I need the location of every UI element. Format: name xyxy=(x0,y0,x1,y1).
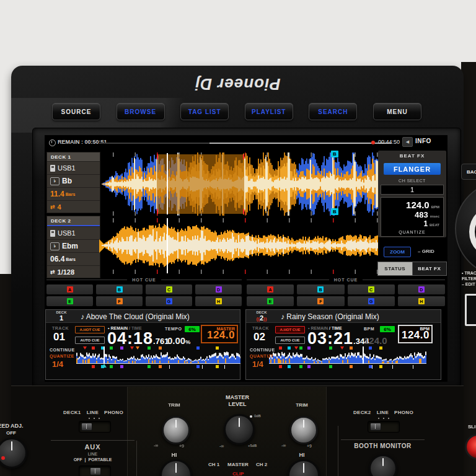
hotcue-h-button[interactable]: H xyxy=(398,296,445,306)
cue-marker xyxy=(299,365,302,368)
deck1-loop-row: ⇄4 xyxy=(47,200,100,213)
hotcue-f-button[interactable]: F xyxy=(297,296,344,306)
deck2-input-switch[interactable] xyxy=(368,421,400,433)
ch1-meter-label: CH 1 xyxy=(208,462,219,467)
auto-cue-chip[interactable]: AUTO CUE xyxy=(275,337,305,344)
loop-end-marker xyxy=(243,154,244,159)
deck2-bars-unit: Bars xyxy=(66,257,76,262)
tempo-value: 0.00% xyxy=(167,335,190,346)
search-button[interactable]: SEARCH xyxy=(309,103,357,120)
deck2-source-row[interactable]: USB1 xyxy=(47,226,100,239)
source-button[interactable]: SOURCE xyxy=(52,103,100,120)
cue-markers-top xyxy=(269,346,426,351)
hotcue-chip: E xyxy=(67,298,73,304)
hotcue-c-button[interactable]: C xyxy=(146,284,192,294)
hotcue-f-button[interactable]: F xyxy=(96,296,143,306)
deck1-bars-row: 11.4Bars xyxy=(47,187,100,200)
a-hot-cue-chip[interactable]: A.HOT CUE xyxy=(275,326,305,333)
record-time: 00:44:50 xyxy=(378,139,400,145)
deck2-overview-canvas xyxy=(269,351,426,363)
cue-marker xyxy=(196,365,200,368)
deck2-title-bar: DECK((2)) ♪ Rainy Season (Original Mix) xyxy=(246,310,441,323)
time-main: 04:18 xyxy=(107,329,153,348)
hotcue-label-row: HOT CUE xyxy=(46,278,242,282)
hotcue-a-button[interactable]: A xyxy=(46,284,93,294)
deck2-bars: 06.4 xyxy=(50,255,64,263)
deck1-bars-unit: Bars xyxy=(66,192,76,196)
cue-marker xyxy=(307,346,311,350)
hotcue-b-button[interactable]: B xyxy=(96,284,143,294)
collapse-icon[interactable]: ◀ xyxy=(402,137,413,147)
zero-db-dot-icon xyxy=(250,415,252,418)
ch2-trim-knob[interactable] xyxy=(289,416,318,444)
deck2-waveform[interactable] xyxy=(100,218,378,274)
tempo-range-badge: 6% xyxy=(380,326,395,332)
hotcue-d-button[interactable]: D xyxy=(398,284,445,294)
hotcue-e-button[interactable]: E xyxy=(247,296,294,306)
auto-cue-chip[interactable]: AUTO CUE xyxy=(75,337,105,344)
deck2-bars-row: 06.4Bars xyxy=(47,252,100,265)
hotcue-d-button[interactable]: D xyxy=(195,284,242,294)
line-label: LINE xyxy=(87,410,99,415)
hotcue-e-button[interactable]: E xyxy=(46,296,93,306)
beatfx-tab[interactable]: BEAT FX xyxy=(412,262,447,275)
status-tab[interactable]: STATUS xyxy=(378,262,412,275)
zoom-button[interactable]: ZOOM xyxy=(384,247,411,257)
deck2-input-labels: DECK2 LINE PHONO xyxy=(353,410,413,415)
hotcue-b-marker: B xyxy=(331,151,338,157)
fx-name-button[interactable]: FLANGER xyxy=(384,163,441,175)
cue-marker xyxy=(224,365,225,369)
hotcue-b-button[interactable]: B xyxy=(297,284,344,294)
deck1-source-row[interactable]: USB1 xyxy=(47,161,100,174)
hotcue-chip: G xyxy=(368,298,374,304)
hotcue-c-button[interactable]: C xyxy=(348,284,395,294)
continue-label: CONTINUE xyxy=(50,348,75,352)
deck-number: 1 xyxy=(60,314,63,322)
aux-switch[interactable] xyxy=(79,465,111,476)
hotcue-h-button[interactable]: H xyxy=(195,296,242,306)
deck2-track-overview[interactable] xyxy=(269,346,426,374)
tag-list-button[interactable]: TAG LIST xyxy=(180,103,229,120)
track-label: TRACK xyxy=(252,326,269,330)
deck1-info-panel: DECK 1 USB1 ♭Bb 11.4Bars ⇄4 xyxy=(46,152,100,213)
cue-marker xyxy=(379,346,382,350)
a-hot-cue-chip[interactable]: A.HOT CUE xyxy=(75,326,105,333)
cue-marker xyxy=(136,346,139,350)
deck1-track-title[interactable]: ♪ Above The Cloud (Original Mix) xyxy=(81,312,190,321)
clip-label: CLIP xyxy=(232,471,244,476)
master-level-knob[interactable] xyxy=(224,414,255,445)
ch1-trim-knob[interactable] xyxy=(162,416,190,444)
fx-channel-value[interactable]: 1 xyxy=(381,185,444,195)
playlist-button[interactable]: PLAYLIST xyxy=(245,103,293,120)
deck1-title-bar: DECK1 ♪ Above The Cloud (Original Mix) xyxy=(46,310,240,323)
back-button[interactable]: BACK xyxy=(461,164,476,180)
cue-marker xyxy=(369,346,372,350)
booth-monitor-knob[interactable] xyxy=(369,454,397,476)
bpm-box-value: 124.0 xyxy=(402,329,430,342)
hotcue-g-button[interactable]: G xyxy=(348,296,395,306)
deck1-track-overview[interactable] xyxy=(76,346,240,374)
track-progress-bar[interactable] xyxy=(99,143,392,144)
loop-region[interactable] xyxy=(157,154,244,214)
hotcue-b-marker: B xyxy=(331,208,338,215)
browse-button[interactable]: BROWSE xyxy=(117,103,165,120)
hotcue-g-button[interactable]: G xyxy=(146,296,192,306)
deck1-overview-canvas xyxy=(76,351,240,363)
hotcue-a-button[interactable]: A xyxy=(247,284,294,294)
deck2-track-title[interactable]: ♪ Rainy Season (Original Mix) xyxy=(281,312,379,321)
cue-marker xyxy=(110,365,113,368)
info-button[interactable]: INFO xyxy=(415,138,431,144)
menu-button[interactable]: MENU xyxy=(373,103,421,120)
deck1-input-switch[interactable] xyxy=(79,421,111,433)
overview-baseline xyxy=(269,363,426,364)
grid-button[interactable]: – GRID xyxy=(418,249,434,254)
fx-beat-value: 1 xyxy=(423,219,428,228)
cue-marker xyxy=(216,346,219,350)
bpm-dim-label: BPM xyxy=(364,327,374,331)
quantize-label: QUANTIZE xyxy=(50,354,74,358)
aux-mode-labels: OFF | PORTABLE xyxy=(51,457,134,462)
deck1-label: DECK1 xyxy=(63,410,81,415)
time-frac: .761 xyxy=(153,337,169,346)
switch-knob xyxy=(370,423,381,431)
hotcue-label: HOT CUE xyxy=(334,278,358,282)
